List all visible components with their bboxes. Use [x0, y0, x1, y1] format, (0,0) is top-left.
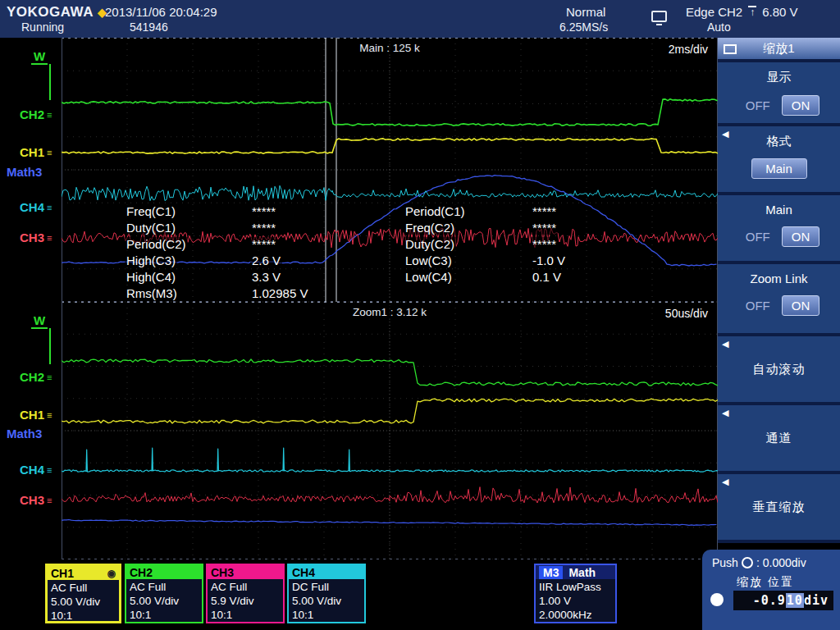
measurement-row: Period(C2)***** [125, 235, 309, 252]
ch1-probe: 10:1 [51, 609, 116, 623]
trigger-settings: Edge CH2 ↑ 6.80 V [686, 5, 798, 19]
rotary-knob-icon[interactable] [710, 593, 724, 606]
main-label-ch4[interactable]: CH4≡ [20, 200, 52, 214]
ch4-probe: 10:1 [292, 608, 361, 622]
ch3-scale: 5.9 V/div [211, 594, 280, 608]
channel-button[interactable]: ◀ 通道 [718, 405, 840, 471]
acquisition-status: Running [21, 21, 64, 34]
channel-box-ch4[interactable]: CH4 DC Full 5.00 V/div 10:1 [287, 564, 366, 623]
softkey-menu: 缩放1 显示 OFF ON ◀ 格式 Main Main OFF ON Zoom… [718, 38, 840, 543]
main-off-button[interactable]: OFF [738, 226, 778, 247]
ch1-scale: 5.00 V/div [51, 595, 116, 609]
zoom-link-off-button[interactable]: OFF [738, 295, 778, 316]
zoom-waveform-window: Zoom1 : 3.12 k 50us/div [62, 302, 718, 559]
measurement-column-1: Freq(C1)***** Duty(C1)***** Period(C2)**… [125, 203, 309, 301]
push-reset-hint: Push : 0.000div [712, 556, 806, 569]
measurement-row: Rms(M3)1.02985 V [125, 285, 309, 301]
ch1-coupling: AC Full [51, 581, 116, 595]
zoom-link-on-button[interactable]: ON [782, 295, 820, 316]
group-main: Main OFF ON [718, 195, 840, 261]
main-label-ch2[interactable]: CH2≡ [20, 107, 52, 121]
ch3-coupling: AC Full [211, 580, 280, 594]
zoom-window-marker-line [49, 328, 51, 364]
channel-box-ch2[interactable]: CH2 AC Full 5.00 V/div 10:1 [125, 564, 203, 623]
zoom-label-ch4[interactable]: CH4≡ [20, 463, 52, 477]
display-off-button[interactable]: OFF [738, 95, 778, 116]
expand-arrow-icon: ◀ [722, 408, 728, 418]
group-format: ◀ 格式 Main [718, 126, 840, 192]
math3-cutoff: 2.0000kHz [539, 608, 612, 622]
brand-logo: YOKOGAWA ◆ [7, 4, 107, 21]
zoom-position-value[interactable]: -0.910div [733, 591, 833, 610]
main-on-button[interactable]: ON [782, 226, 820, 247]
measurement-row: Duty(C2)***** [404, 235, 567, 252]
measurement-row: Freq(C2)***** [404, 219, 567, 235]
ch4-position-icon: ≡ [47, 465, 52, 475]
measurement-row: High(C4)3.3 V [125, 268, 309, 285]
channel-box-ch3[interactable]: CH3 AC Full 5.9 V/div 10:1 [206, 564, 285, 623]
zoom-label-ch1[interactable]: CH1≡ [20, 408, 52, 422]
measurement-row: Freq(C1)***** [125, 203, 309, 219]
zoom-link-label: Zoom Link [718, 272, 840, 285]
sample-rate: 6.25MS/s [559, 21, 608, 34]
measurement-row: High(C3)2.6 V [125, 252, 309, 268]
ch2-position-icon: ≡ [47, 110, 52, 120]
window-icon [724, 44, 737, 54]
selected-radio-icon: ◉ [107, 568, 116, 579]
ch1-position-icon: ≡ [47, 410, 52, 420]
oscilloscope-screen: YOKOGAWA ◆ Running 2013/11/06 20:04:29 5… [0, 0, 840, 630]
measurement-row: Low(C4)0.1 V [404, 268, 567, 285]
main-window-marker: W [31, 49, 48, 65]
group-display: 显示 OFF ON [718, 62, 840, 123]
channel-box-ch1[interactable]: CH1◉ AC Full 5.00 V/div 10:1 [45, 564, 121, 623]
push-knob-icon [742, 557, 753, 568]
status-bar: YOKOGAWA ◆ Running 2013/11/06 20:04:29 5… [0, 0, 840, 38]
trigger-type: Edge CH2 [686, 5, 742, 19]
measurement-column-2: Period(C1)***** Freq(C2)***** Duty(C2)**… [404, 203, 567, 285]
main-window-marker-line [49, 64, 51, 100]
ch2-scale: 5.00 V/div [130, 594, 199, 608]
math3-filter: IIR LowPass [539, 580, 612, 594]
zoom-timebase: 50us/div [664, 307, 710, 320]
main-label-ch1[interactable]: CH1≡ [20, 145, 52, 159]
vertical-zoom-button[interactable]: ◀ 垂直缩放 [718, 474, 840, 540]
ch4-coupling: DC Full [292, 580, 361, 594]
measurement-row: Period(C1)***** [404, 203, 567, 219]
measurement-row: Low(C3)-1.0 V [404, 252, 567, 268]
display-on-button[interactable]: ON [782, 95, 820, 116]
zoom-label-ch2[interactable]: CH2≡ [20, 370, 52, 384]
auto-scroll-button[interactable]: ◀ 自动滚动 [718, 336, 840, 402]
ch3-position-icon: ≡ [47, 233, 52, 243]
display-device-icon [651, 11, 666, 24]
ch3-probe: 10:1 [211, 608, 280, 622]
main-toggle-label: Main [718, 203, 840, 217]
display-label: 显示 [718, 70, 840, 85]
expand-arrow-icon: ◀ [722, 129, 728, 139]
acquisition-count: 541946 [130, 21, 168, 34]
ch2-position-icon: ≡ [47, 372, 52, 382]
zoom-label-math3[interactable]: Math3 [7, 427, 42, 441]
channel-box-math3[interactable]: M3Math IIR LowPass 1.00 V 2.0000kHz [534, 564, 617, 623]
zoom-label-ch3[interactable]: CH3≡ [20, 493, 52, 507]
ch4-position-icon: ≡ [47, 203, 52, 212]
ch2-probe: 10:1 [130, 608, 199, 622]
main-label-math3[interactable]: Math3 [7, 165, 42, 179]
group-zoom-link: Zoom Link OFF ON [718, 264, 840, 333]
trigger-level: 6.80 V [762, 5, 797, 19]
ch1-position-icon: ≡ [47, 148, 52, 158]
zoom-position-label: 缩放 位置 [737, 575, 794, 590]
expand-arrow-icon: ◀ [722, 339, 728, 349]
math-tag: Math [568, 566, 596, 579]
zoom-position-panel: Push : 0.000div 缩放 位置 -0.910div [702, 550, 840, 630]
datetime: 2013/11/06 20:04:29 [105, 5, 217, 19]
main-timebase: 2ms/div [667, 43, 710, 56]
format-main-button[interactable]: Main [751, 158, 807, 179]
zoom-waveform-display [62, 302, 718, 559]
format-label: 格式 [718, 134, 840, 149]
brand-name: YOKOGAWA [7, 4, 94, 21]
trigger-slope-icon: ↑ [748, 6, 756, 18]
ch3-position-icon: ≡ [47, 495, 52, 505]
expand-arrow-icon: ◀ [722, 477, 728, 487]
acquisition-mode: Normal [566, 5, 605, 19]
main-label-ch3[interactable]: CH3≡ [20, 231, 52, 244]
